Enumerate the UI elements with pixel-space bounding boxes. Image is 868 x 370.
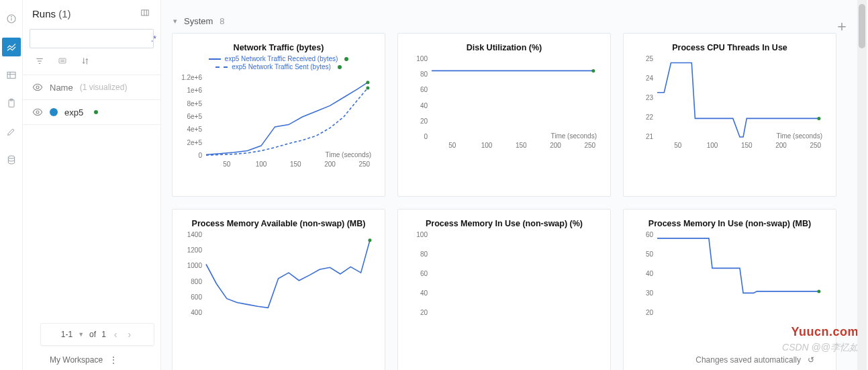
table-icon[interactable] — [2, 66, 21, 85]
svg-text:40: 40 — [420, 289, 428, 297]
svg-text:50: 50 — [674, 142, 682, 149]
workspace-footer: My Workspace ⋮ — [50, 355, 117, 365]
database-icon[interactable] — [2, 150, 21, 169]
chart-plot: 02040608010050100150200250Time (seconds) — [402, 55, 604, 156]
svg-text:60: 60 — [646, 231, 654, 238]
workspace-name[interactable]: My Workspace — [50, 355, 103, 365]
svg-text:Time (seconds): Time (seconds) — [776, 132, 822, 140]
runs-count: (1) — [58, 8, 70, 19]
runs-title-text: Runs — [32, 8, 56, 19]
chevron-down-icon[interactable]: ▼ — [78, 331, 84, 338]
clipboard-icon[interactable] — [2, 94, 21, 113]
chart-plot: 212223242550100150200250Time (seconds) — [628, 55, 829, 156]
run-status-dot — [94, 110, 98, 114]
svg-point-20 — [36, 86, 39, 89]
svg-text:100: 100 — [256, 160, 267, 168]
svg-text:150: 150 — [516, 142, 527, 149]
svg-text:250: 250 — [584, 142, 595, 149]
svg-text:800: 800 — [191, 278, 202, 285]
svg-text:Time (seconds): Time (seconds) — [550, 132, 597, 140]
charts-grid: Network Traffic (bytes)exp5 Network Traf… — [172, 32, 857, 370]
detail-icon[interactable] — [56, 57, 68, 67]
pager-next[interactable]: › — [125, 329, 134, 340]
svg-text:1200: 1200 — [187, 246, 203, 254]
search-input[interactable] — [36, 33, 151, 44]
svg-text:25: 25 — [646, 55, 654, 62]
chart-plot: 400600800100012001400 — [177, 231, 378, 332]
section-header[interactable]: ▾ System 8 — [172, 4, 857, 32]
sort-icon[interactable] — [81, 56, 90, 68]
svg-rect-17 — [59, 58, 66, 63]
svg-text:200: 200 — [775, 142, 787, 149]
legend-label: exp5 Network Traffic Sent (bytes) — [232, 63, 331, 71]
chart-plot: 20406080100 — [402, 231, 604, 332]
chart-title: Process Memory In Use (non-swap) (MB) — [628, 219, 832, 228]
runs-toolbar — [23, 52, 160, 75]
chart-card[interactable]: Process Memory In Use (non-swap) (%)2040… — [397, 209, 611, 370]
scrollbar-thumb[interactable] — [859, 4, 865, 48]
chevron-down-icon[interactable]: ▾ — [173, 17, 177, 26]
chart-title: Process CPU Threads In Use — [628, 43, 832, 52]
svg-text:23: 23 — [646, 94, 654, 101]
icon-sidebar — [0, 0, 23, 370]
svg-text:50: 50 — [448, 142, 456, 149]
runs-list-header[interactable]: Name (1 visualized) — [23, 75, 160, 100]
svg-point-8 — [8, 156, 14, 158]
svg-text:400: 400 — [191, 309, 202, 316]
chart-card[interactable]: Process Memory Available (non-swap) (MB)… — [172, 209, 385, 370]
svg-text:0: 0 — [424, 133, 428, 140]
svg-text:20: 20 — [646, 309, 654, 316]
chart-card[interactable]: Process CPU Threads In Use21222324255010… — [623, 33, 836, 197]
svg-text:40: 40 — [420, 102, 428, 109]
svg-text:1000: 1000 — [187, 262, 203, 269]
run-color-dot — [50, 108, 58, 116]
svg-text:200: 200 — [550, 142, 561, 149]
charts-icon[interactable] — [2, 38, 21, 56]
chart-title: Network Traffic (bytes) — [177, 43, 381, 52]
vertical-scrollbar[interactable] — [857, 0, 867, 370]
legend-label: exp5 Network Traffic Received (bytes) — [225, 55, 338, 63]
save-status: Changes saved automatically ↺ — [695, 355, 814, 365]
svg-text:600: 600 — [191, 293, 202, 301]
eye-icon[interactable] — [32, 107, 43, 118]
columns-icon[interactable] — [139, 8, 151, 19]
chart-title: Process Memory Available (non-swap) (MB) — [177, 219, 381, 228]
eye-icon[interactable] — [32, 82, 43, 93]
svg-text:200: 200 — [324, 160, 336, 168]
svg-text:20: 20 — [420, 309, 428, 316]
svg-text:30: 30 — [646, 289, 654, 297]
run-name: exp5 — [64, 107, 83, 118]
chart-plot: 02e+54e+56e+58e+51e+61.2e+65010015020025… — [177, 74, 378, 175]
svg-text:100: 100 — [416, 231, 428, 238]
runs-title: Runs (1) — [32, 8, 139, 19]
add-panel-button[interactable]: ＋ — [834, 19, 849, 34]
svg-text:50: 50 — [646, 250, 654, 258]
search-clear-icon[interactable]: .* — [151, 34, 156, 44]
filter-icon[interactable] — [35, 56, 44, 68]
svg-point-36 — [366, 86, 369, 89]
svg-text:50: 50 — [223, 160, 231, 168]
svg-text:1e+6: 1e+6 — [187, 87, 202, 94]
svg-point-35 — [366, 81, 369, 84]
info-icon[interactable] — [2, 9, 21, 28]
runs-list: Name (1 visualized) exp5 — [23, 75, 160, 125]
pager-range: 1-1 — [61, 330, 73, 339]
svg-point-68 — [368, 238, 371, 242]
runs-list-item[interactable]: exp5 — [23, 100, 160, 125]
app-root: Runs (1) .* Name (1 visualized) exp — [0, 0, 868, 370]
kebab-icon[interactable]: ⋮ — [109, 355, 117, 365]
brush-icon[interactable] — [2, 122, 21, 141]
svg-point-2 — [11, 16, 11, 17]
main-area: ▾ System 8 ＋ Network Traffic (bytes)exp5… — [161, 0, 868, 370]
pager-prev[interactable]: ‹ — [111, 329, 120, 340]
runs-search[interactable]: .* — [30, 29, 154, 48]
chart-card[interactable]: Process Memory In Use (non-swap) (MB)203… — [623, 209, 836, 370]
chart-card[interactable]: Network Traffic (bytes)exp5 Network Traf… — [172, 33, 385, 197]
svg-text:20: 20 — [420, 118, 428, 125]
chart-card[interactable]: Disk Utilization (%)02040608010050100150… — [397, 33, 611, 197]
undo-icon[interactable]: ↺ — [808, 355, 814, 365]
pager-of: of — [89, 330, 96, 339]
svg-text:250: 250 — [358, 160, 370, 168]
svg-text:150: 150 — [741, 142, 753, 149]
runs-pager: 1-1 ▼ of 1 ‹ › — [40, 323, 154, 346]
